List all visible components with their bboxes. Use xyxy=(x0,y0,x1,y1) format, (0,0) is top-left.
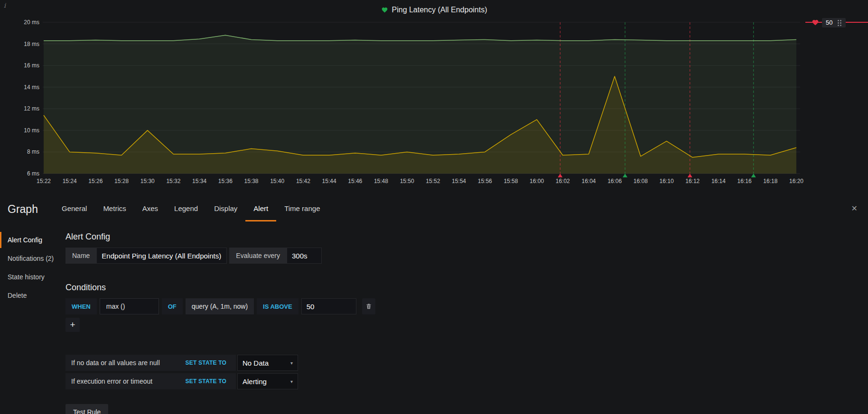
alert-sidebar: Alert Config Notifications (2) State his… xyxy=(0,232,65,414)
delete-condition-button[interactable] xyxy=(362,298,375,314)
exec-error-row: If execution error or timeout SET STATE … xyxy=(65,373,236,389)
svg-text:15:54: 15:54 xyxy=(452,178,466,184)
svg-text:16 ms: 16 ms xyxy=(24,62,39,69)
editor-tabs: General Metrics Axes Legend Display Aler… xyxy=(54,197,328,221)
graph-panel: i Ping Latency (All Endpoints) 20 ms18 m… xyxy=(0,0,868,195)
svg-text:16:12: 16:12 xyxy=(685,178,700,184)
caret-down-icon: ▾ xyxy=(290,360,293,366)
condition-row: WHEN max () OF query (A, 1m, now) IS ABO… xyxy=(65,298,868,314)
drag-handle-icon[interactable] xyxy=(837,19,842,26)
tab-time-range[interactable]: Time range xyxy=(276,197,328,221)
panel-editor: Graph General Metrics Axes Legend Displa… xyxy=(0,197,868,414)
threshold-value: 50 xyxy=(826,19,832,26)
exec-error-label: If execution error or timeout xyxy=(71,377,152,385)
alert-ok-heart-icon xyxy=(381,7,388,13)
svg-text:15:22: 15:22 xyxy=(37,178,51,184)
no-data-state-select[interactable]: No Data ▾ xyxy=(237,355,298,371)
conditions-heading: Conditions xyxy=(65,283,868,293)
exec-error-state-select[interactable]: Alerting ▾ xyxy=(237,373,298,389)
latency-chart[interactable]: 20 ms18 ms16 ms14 ms12 ms10 ms8 ms6 ms15… xyxy=(0,0,868,190)
panel-title[interactable]: Ping Latency (All Endpoints) xyxy=(0,6,868,14)
svg-text:15:48: 15:48 xyxy=(374,178,388,184)
caret-down-icon: ▾ xyxy=(290,379,293,384)
evaluate-every-label: Evaluate every xyxy=(229,248,287,264)
exec-error-set-state-label: SET STATE TO xyxy=(186,378,226,385)
alerting-heart-icon xyxy=(812,19,819,26)
sidebar-item-alert-config[interactable]: Alert Config xyxy=(0,232,65,248)
sidebar-item-notifications[interactable]: Notifications (2) xyxy=(0,250,65,267)
svg-text:14 ms: 14 ms xyxy=(24,84,39,91)
svg-text:16:18: 16:18 xyxy=(763,178,777,184)
svg-text:15:34: 15:34 xyxy=(192,178,206,184)
svg-text:18 ms: 18 ms xyxy=(24,41,39,47)
svg-text:15:26: 15:26 xyxy=(88,178,103,184)
editor-panel-type: Graph xyxy=(8,197,54,221)
tab-axes[interactable]: Axes xyxy=(134,197,166,221)
svg-text:15:28: 15:28 xyxy=(114,178,129,184)
alert-name-row: Name Evaluate every xyxy=(65,248,868,264)
svg-text:16:00: 16:00 xyxy=(530,178,544,184)
condition-threshold-input[interactable] xyxy=(301,298,356,314)
name-label: Name xyxy=(65,248,96,264)
alert-config-heading: Alert Config xyxy=(65,232,868,242)
svg-text:16:20: 16:20 xyxy=(789,178,803,184)
svg-text:12 ms: 12 ms xyxy=(24,105,39,112)
panel-info-icon[interactable]: i xyxy=(4,2,6,9)
svg-text:15:44: 15:44 xyxy=(322,178,336,184)
alert-name-input[interactable] xyxy=(96,248,227,264)
alert-config-content: Alert Config Name Evaluate every Conditi… xyxy=(65,232,868,414)
svg-text:15:36: 15:36 xyxy=(218,178,233,184)
svg-text:15:50: 15:50 xyxy=(400,178,414,184)
fallback-rows: If no data or all values are null SET ST… xyxy=(65,355,868,389)
when-keyword: WHEN xyxy=(65,298,97,314)
no-data-label: If no data or all values are null xyxy=(71,359,160,367)
svg-text:16:10: 16:10 xyxy=(660,178,674,184)
svg-text:16:04: 16:04 xyxy=(581,178,596,184)
no-data-state-value: No Data xyxy=(243,359,269,367)
svg-text:15:52: 15:52 xyxy=(426,178,440,184)
of-keyword: OF xyxy=(162,298,183,314)
svg-text:15:38: 15:38 xyxy=(244,178,259,184)
svg-text:16:08: 16:08 xyxy=(634,178,648,184)
svg-text:16:16: 16:16 xyxy=(737,178,752,184)
svg-text:15:30: 15:30 xyxy=(140,178,155,184)
test-rule-button[interactable]: Test Rule xyxy=(65,404,108,414)
no-data-set-state-label: SET STATE TO xyxy=(186,359,226,366)
close-icon[interactable]: ✕ xyxy=(851,204,858,213)
svg-text:16:02: 16:02 xyxy=(556,178,570,184)
aggregation-dropdown[interactable]: max () xyxy=(100,298,159,314)
svg-text:20 ms: 20 ms xyxy=(24,19,39,26)
svg-text:15:46: 15:46 xyxy=(348,178,362,184)
svg-text:15:58: 15:58 xyxy=(504,178,518,184)
no-data-row: If no data or all values are null SET ST… xyxy=(65,355,236,371)
svg-text:15:32: 15:32 xyxy=(166,178,180,184)
panel-title-text: Ping Latency (All Endpoints) xyxy=(392,6,487,14)
tab-metrics[interactable]: Metrics xyxy=(95,197,134,221)
add-condition-button[interactable]: + xyxy=(65,318,80,332)
svg-text:15:56: 15:56 xyxy=(478,178,492,184)
svg-text:15:42: 15:42 xyxy=(296,178,310,184)
query-param-dropdown[interactable]: query (A, 1m, now) xyxy=(186,298,254,314)
tab-display[interactable]: Display xyxy=(206,197,245,221)
sidebar-item-state-history[interactable]: State history xyxy=(0,269,65,285)
tab-general[interactable]: General xyxy=(54,197,95,221)
svg-text:16:14: 16:14 xyxy=(711,178,726,184)
evaluate-every-input[interactable] xyxy=(287,248,322,264)
no-data-fallback: If no data or all values are null SET ST… xyxy=(65,355,868,371)
svg-text:8 ms: 8 ms xyxy=(27,148,39,155)
editor-header: Graph General Metrics Axes Legend Displa… xyxy=(0,197,868,221)
evaluator-dropdown[interactable]: IS ABOVE xyxy=(257,298,299,314)
trash-icon xyxy=(365,303,372,310)
editor-body: Alert Config Notifications (2) State his… xyxy=(0,221,868,414)
alert-threshold-handle[interactable]: 50 xyxy=(812,18,846,28)
svg-text:16:06: 16:06 xyxy=(607,178,622,184)
svg-text:15:40: 15:40 xyxy=(270,178,284,184)
threshold-pill[interactable]: 50 xyxy=(822,18,846,28)
svg-text:6 ms: 6 ms xyxy=(27,170,39,177)
sidebar-item-delete[interactable]: Delete xyxy=(0,287,65,304)
exec-error-fallback: If execution error or timeout SET STATE … xyxy=(65,373,868,389)
exec-error-state-value: Alerting xyxy=(243,377,267,386)
tab-legend[interactable]: Legend xyxy=(166,197,206,221)
svg-text:10 ms: 10 ms xyxy=(24,127,39,134)
tab-alert[interactable]: Alert xyxy=(245,197,276,221)
